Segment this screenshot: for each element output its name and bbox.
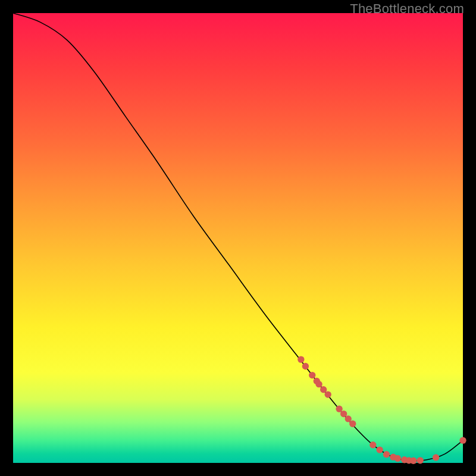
watermark-text: TheBottleneck.com: [350, 1, 464, 17]
scatter-point: [298, 356, 304, 362]
scatter-point: [349, 421, 356, 427]
chart-stage: TheBottleneck.com: [0, 0, 476, 476]
scatter-point: [302, 363, 309, 369]
scatter-point: [369, 441, 376, 448]
bottleneck-curve: [13, 13, 463, 461]
scatter-point: [376, 446, 383, 453]
scatter-point: [309, 372, 315, 378]
scatter-point: [325, 391, 331, 397]
scatter-point: [383, 451, 390, 458]
scatter-point: [394, 455, 401, 462]
scatter-point: [433, 454, 439, 461]
scatter-point: [459, 437, 466, 444]
scatter-point: [315, 381, 322, 387]
scatter-points: [298, 356, 466, 464]
scatter-point: [410, 458, 416, 464]
scatter-point: [417, 457, 424, 464]
chart-overlay: [13, 13, 463, 463]
